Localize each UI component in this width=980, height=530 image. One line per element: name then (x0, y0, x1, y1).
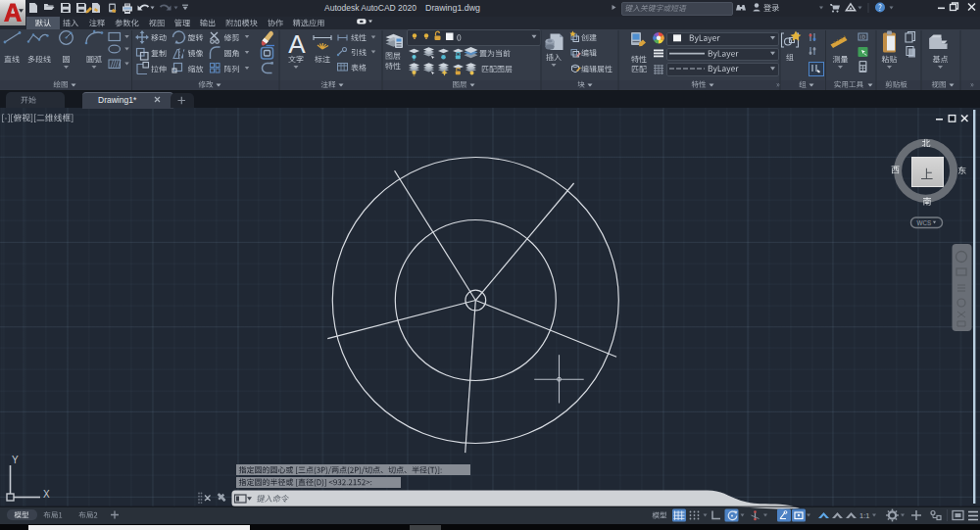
svg-text:Drawing1*: Drawing1* (98, 95, 137, 105)
svg-text:Y: Y (12, 455, 19, 465)
svg-text:Autodesk AutoCAD 2020: Autodesk AutoCAD 2020 (324, 3, 416, 13)
svg-text:X: X (43, 489, 50, 500)
svg-text:WCS: WCS (917, 219, 932, 226)
svg-text:1:1: 1:1 (859, 511, 869, 520)
svg-text:Drawing1.dwg: Drawing1.dwg (425, 3, 480, 13)
svg-text:A: A (288, 29, 306, 59)
